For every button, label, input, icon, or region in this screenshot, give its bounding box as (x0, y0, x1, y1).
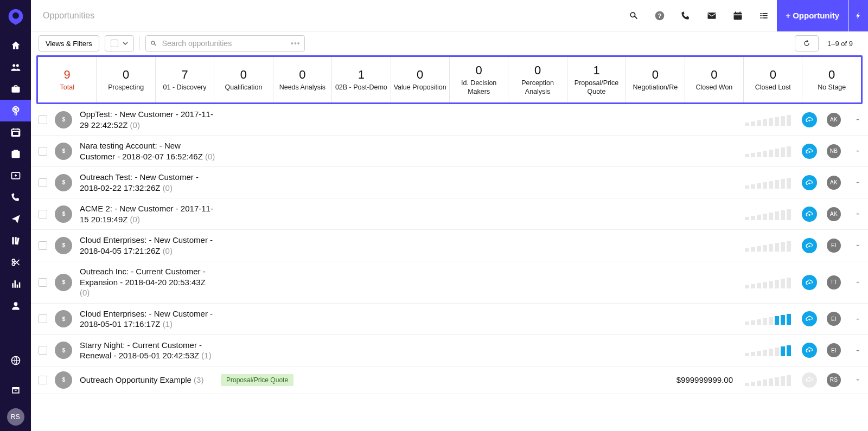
logo-icon[interactable] (7, 8, 24, 25)
stage-negotiation-re[interactable]: 0Negotiation/Re (626, 57, 685, 102)
calendar-icon[interactable] (725, 0, 751, 31)
nav-calendar[interactable] (0, 121, 31, 143)
row-checkbox[interactable] (39, 115, 47, 124)
row-more[interactable]: - (855, 177, 860, 188)
stage-01-discovery[interactable]: 701 - Discovery (156, 57, 214, 102)
opportunity-title[interactable]: Nara testing Account: - New Customer - 2… (80, 140, 215, 162)
owner-avatar[interactable]: AK (827, 207, 841, 221)
stage-value-proposition[interactable]: 0Value Proposition (391, 57, 450, 102)
stage-closed-lost[interactable]: 0Closed Lost (744, 57, 802, 102)
user-avatar[interactable]: RS (7, 408, 24, 426)
row-checkbox[interactable] (39, 314, 47, 323)
stage-prospecting[interactable]: 0Prospecting (97, 57, 155, 102)
opportunity-row[interactable]: $Cloud Enterprises: - New Customer - 201… (31, 230, 868, 261)
quick-actions-icon[interactable] (848, 0, 868, 31)
opportunity-row[interactable]: $Nara testing Account: - New Customer - … (31, 136, 868, 167)
opportunity-title[interactable]: Outreach Inc: - Current Customer - Expan… (80, 266, 215, 298)
nav-globe[interactable] (0, 350, 31, 371)
owner-avatar[interactable]: RS (827, 373, 841, 387)
nav-phone[interactable] (0, 186, 31, 208)
row-checkbox[interactable] (39, 278, 47, 287)
row-more[interactable]: - (855, 145, 860, 157)
stage-total[interactable]: 9Total (38, 57, 97, 102)
opportunity-title[interactable]: Outreach Opportunity Example (3) (80, 375, 215, 385)
sync-icon[interactable] (802, 175, 817, 190)
search-icon[interactable] (621, 0, 647, 31)
stage-needs-analysis[interactable]: 0Needs Analysis (273, 57, 332, 102)
stage-label: Closed Won (695, 83, 732, 92)
owner-avatar[interactable]: AK (827, 176, 841, 190)
opportunity-title[interactable]: OppTest: - New Customer - 2017-11-29 22:… (80, 109, 215, 130)
select-all-dropdown[interactable] (105, 35, 134, 52)
sync-icon[interactable] (802, 275, 817, 290)
opportunity-title[interactable]: ACME 2: - New Customer - 2017-11-15 20:1… (80, 203, 215, 224)
sync-icon[interactable] (802, 311, 817, 326)
row-checkbox[interactable] (39, 376, 47, 384)
nav-snippets[interactable] (0, 252, 31, 273)
row-checkbox[interactable] (39, 147, 47, 156)
stage-qualification[interactable]: 0Qualification (214, 57, 273, 102)
mail-icon[interactable] (699, 0, 725, 31)
search-input[interactable] (145, 35, 305, 52)
owner-avatar[interactable]: NB (827, 144, 841, 158)
opportunity-title[interactable]: Cloud Enterprises: - New Customer - 2018… (80, 308, 215, 330)
owner-avatar[interactable]: EI (827, 343, 841, 357)
opportunity-title[interactable]: Starry Night: - Current Customer - Renew… (80, 340, 215, 361)
owner-avatar[interactable]: AK (827, 113, 841, 127)
opportunity-row[interactable]: $Starry Night: - Current Customer - Rene… (31, 335, 868, 366)
stage-perception-analysis[interactable]: 0Perception Analysis (508, 57, 567, 102)
nav-archive[interactable] (0, 379, 31, 401)
refresh-button[interactable] (795, 35, 819, 52)
opportunity-row[interactable]: $ACME 2: - New Customer - 2017-11-15 20:… (31, 198, 868, 230)
row-checkbox[interactable] (39, 241, 47, 250)
sync-icon[interactable] (802, 112, 817, 127)
opportunity-row[interactable]: $OppTest: - New Customer - 2017-11-29 22… (31, 104, 868, 136)
nav-inbox[interactable] (0, 165, 31, 186)
row-checkbox[interactable] (39, 346, 47, 355)
stage-02b-post-demo[interactable]: 102B - Post-Demo (332, 57, 391, 102)
tasks-icon[interactable] (751, 0, 777, 31)
dialer-icon[interactable] (673, 0, 699, 31)
opportunity-row[interactable]: $Outreach Opportunity Example (3)Proposa… (31, 366, 868, 394)
nav-library[interactable] (0, 230, 31, 252)
owner-avatar[interactable]: EI (827, 239, 841, 253)
new-opportunity-button[interactable]: + Opportunity (777, 0, 848, 31)
search-more-icon[interactable]: ••• (291, 39, 301, 48)
sync-icon[interactable] (802, 372, 817, 388)
nav-people[interactable] (0, 56, 31, 78)
stage-no-stage[interactable]: 0No Stage (802, 57, 860, 102)
opportunity-title[interactable]: Cloud Enterprises: - New Customer - 2018… (80, 235, 215, 256)
sync-icon[interactable] (802, 238, 817, 253)
nav-analytics[interactable] (0, 273, 31, 295)
row-more[interactable]: - (855, 276, 860, 288)
nav-profile[interactable] (0, 295, 31, 317)
sync-icon[interactable] (802, 343, 817, 358)
row-more[interactable]: - (855, 313, 860, 325)
owner-avatar[interactable]: TT (827, 275, 841, 290)
row-more[interactable]: - (855, 345, 860, 356)
row-more[interactable]: - (855, 374, 860, 385)
opportunity-row[interactable]: $Cloud Enterprises: - New Customer - 201… (31, 304, 868, 335)
nav-briefcase[interactable] (0, 78, 31, 100)
help-icon[interactable]: ? (647, 0, 673, 31)
row-checkbox[interactable] (39, 178, 47, 187)
stage-closed-won[interactable]: 0Closed Won (685, 57, 744, 102)
opportunity-row[interactable]: $Outreach Test: - New Customer - 2018-02… (31, 167, 868, 198)
row-more[interactable]: - (855, 114, 860, 125)
row-checkbox[interactable] (39, 210, 47, 218)
sync-icon[interactable] (802, 144, 817, 159)
nav-send[interactable] (0, 208, 31, 230)
opportunity-row[interactable]: $Outreach Inc: - Current Customer - Expa… (31, 261, 868, 304)
row-more[interactable]: - (855, 240, 860, 251)
owner-avatar[interactable]: EI (827, 312, 841, 326)
opportunity-title[interactable]: Outreach Test: - New Customer - 2018-02-… (80, 172, 215, 193)
stage-proposal-price-quote[interactable]: 1Proposal/Price Quote (567, 57, 626, 102)
nav-tasks[interactable] (0, 143, 31, 165)
stage-id-decision-makers[interactable]: 0Id. Decision Makers (450, 57, 508, 102)
svg-point-0 (12, 12, 19, 19)
nav-home[interactable] (0, 35, 31, 56)
views-filters-button[interactable]: Views & Filters (39, 35, 99, 52)
nav-opportunities[interactable]: $ (0, 100, 31, 121)
sync-icon[interactable] (802, 207, 817, 222)
row-more[interactable]: - (855, 208, 860, 220)
